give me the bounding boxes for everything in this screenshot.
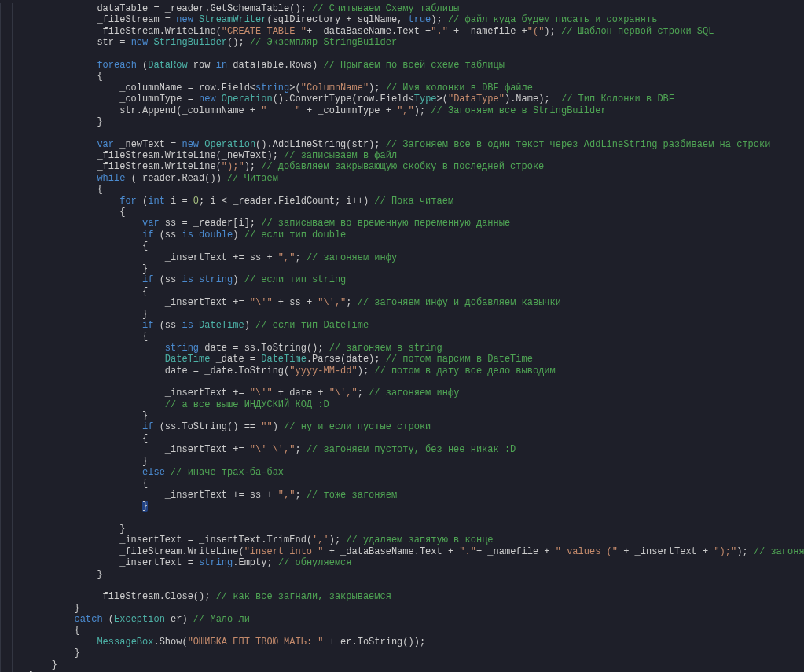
code-text: ); <box>736 546 754 557</box>
code-line[interactable]: { <box>29 207 804 218</box>
code-text: + er. <box>323 637 357 648</box>
code-line[interactable]: _fileStream.WriteLine(");"); // добавляе… <box>29 161 804 172</box>
code-line[interactable]: _insertText = string.Empty; // обнуляемс… <box>29 557 804 568</box>
code-line[interactable]: { <box>29 478 804 489</box>
keyword: catch <box>75 614 103 625</box>
code-text: ( <box>307 534 312 545</box>
comment: // записываем в файл <box>284 150 397 161</box>
code-line[interactable]: _insertText += "\' \',"; // загоняем пус… <box>29 444 804 455</box>
code-line[interactable]: for (int i = 0; i < _reader.FieldCount; … <box>29 196 804 207</box>
code-line[interactable]: } <box>29 410 804 421</box>
code-line[interactable]: date = _date.ToString("yyyy-MM-dd"); // … <box>29 365 804 376</box>
code-line[interactable]: catch (Exception er) // Мало ли <box>29 614 804 625</box>
code-text: (sqlDirectory + sqlName, <box>266 14 408 25</box>
code-line[interactable]: if (ss.ToString() == "") // ну и если пу… <box>29 421 804 432</box>
code-text: _insertText = <box>75 557 199 568</box>
code-line[interactable] <box>29 127 804 138</box>
code-text: < <box>250 83 255 94</box>
code-line[interactable]: while (_reader.Read()) // Читаем <box>29 173 804 184</box>
code-text: (ss <box>153 274 182 285</box>
code-line[interactable]: _insertText += "\'" + date + "\',"; // з… <box>29 387 804 398</box>
code-line[interactable]: MessageBox.Show("ОШИБКА ЕПТ ТВОЮ МАТЬ: "… <box>29 637 804 648</box>
comment: // загоняем в string <box>329 343 442 354</box>
code-line[interactable]: var ss = _reader[i]; // записываем во вр… <box>29 218 804 229</box>
code-line[interactable]: { <box>29 286 804 297</box>
keyword: if <box>142 230 153 241</box>
code-area[interactable]: dataTable = _reader.GetSchemaTable(); //… <box>24 3 804 672</box>
code-line[interactable]: } <box>29 569 804 580</box>
string-literal: "," <box>278 490 296 501</box>
code-line[interactable]: str.Append(_columnName + " " + _columnTy… <box>29 105 804 116</box>
code-text: Append <box>142 105 176 116</box>
code-line[interactable]: { <box>29 433 804 444</box>
code-line[interactable]: _fileStream = new StreamWriter(sqlDirect… <box>29 14 804 25</box>
comment: // если тип string <box>244 274 347 285</box>
code-line[interactable]: _insertText += "\'" + ss + "\',"; // заг… <box>29 297 804 308</box>
code-line[interactable]: _insertText = _insertText.TrimEnd(','); … <box>29 534 804 545</box>
code-text: ; <box>358 387 369 398</box>
code-line[interactable]: _insertText += ss + ","; // тоже загоняе… <box>29 490 804 501</box>
code-line[interactable]: _insertText += ss + ","; // загоняем инф… <box>29 252 804 263</box>
code-line[interactable]: } <box>29 309 804 320</box>
code-text: + date + <box>273 387 329 398</box>
string-literal: "\' \'," <box>250 444 296 455</box>
code-line[interactable]: var _newText = new Operation().AddLineSt… <box>29 139 804 150</box>
code-line[interactable]: str = new StringBuilder(); // Экземпляр … <box>29 37 804 48</box>
code-text: ; <box>346 297 357 308</box>
comment: // потом в дату все дело выводим <box>374 365 555 376</box>
code-line[interactable]: DateTime _date = DateTime.Parse(date); /… <box>29 354 804 365</box>
code-line[interactable]: { <box>29 241 804 252</box>
code-line[interactable]: foreach (DataRow row in dataTable.Rows) … <box>29 60 804 71</box>
code-text: ( <box>103 614 114 625</box>
comment: // загоняем в наш документ <box>754 546 804 557</box>
code-text: _fileStream. <box>75 150 165 161</box>
code-line[interactable] <box>29 376 804 387</box>
code-text: (). <box>255 139 273 150</box>
code-text <box>75 467 142 478</box>
code-line[interactable]: if (ss is string) // если тип string <box>29 274 804 285</box>
code-line[interactable]: } <box>29 116 804 127</box>
code-line[interactable]: dataTable = _reader.GetSchemaTable(); //… <box>29 3 804 14</box>
type-name: Operation <box>204 139 255 150</box>
code-line[interactable]: _fileStream.WriteLine(_newText); // запи… <box>29 150 804 161</box>
code-line[interactable]: { <box>29 331 804 342</box>
comment: // файл куда будем писать и сохранять <box>448 14 657 25</box>
code-line[interactable]: } <box>29 501 804 512</box>
code-text <box>75 501 142 512</box>
code-text: ()); <box>402 637 425 648</box>
comment: // добавляем закрывающую скобку в послед… <box>261 161 544 172</box>
code-line[interactable] <box>29 580 804 591</box>
code-line[interactable]: _fileStream.WriteLine("insert into " + _… <box>29 546 804 557</box>
code-line[interactable]: { <box>29 625 804 636</box>
code-line[interactable]: } <box>29 659 804 670</box>
code-text: _fileStream. <box>75 161 165 172</box>
code-line[interactable]: { <box>29 184 804 195</box>
code-text: < <box>409 94 414 105</box>
code-text <box>75 139 97 150</box>
code-line[interactable]: _columnType = new Operation().ConvertTyp… <box>29 94 804 105</box>
code-text: .Empty; <box>233 557 278 568</box>
code-line[interactable] <box>29 512 804 523</box>
code-line[interactable]: } <box>29 648 804 659</box>
code-editor[interactable]: dataTable = _reader.GetSchemaTable(); //… <box>0 0 804 672</box>
code-text: er) <box>165 614 193 625</box>
code-line[interactable]: // а все выше ИНДУСКИЙ КОД :D <box>29 399 804 410</box>
code-line[interactable]: _columnName = row.Field<string>("ColumnN… <box>29 83 804 94</box>
code-line[interactable]: _fileStream.Close(); // как все загнали,… <box>29 591 804 602</box>
code-line[interactable]: { <box>29 71 804 82</box>
code-line[interactable] <box>29 49 804 60</box>
code-line[interactable]: if (ss is double) // если тип double <box>29 230 804 241</box>
code-line[interactable]: else // иначе трах-ба-бах <box>29 467 804 478</box>
code-line[interactable]: } <box>29 456 804 467</box>
code-line[interactable]: _fileStream.WriteLine("CREATE TABLE "+ _… <box>29 26 804 37</box>
code-line[interactable]: string date = ss.ToString(); // загоняем… <box>29 343 804 354</box>
code-text <box>165 467 171 478</box>
code-line[interactable]: } <box>29 263 804 274</box>
comment: // загоняем пустоту, без нее никак :D <box>307 444 516 455</box>
type-name: Exception <box>114 614 165 625</box>
code-text: ( <box>238 546 244 557</box>
code-line[interactable]: } <box>29 523 804 534</box>
code-line[interactable]: if (ss is DateTime) // если тип DateTime <box>29 320 804 331</box>
code-text: } <box>75 456 149 467</box>
code-line[interactable]: } <box>29 603 804 614</box>
